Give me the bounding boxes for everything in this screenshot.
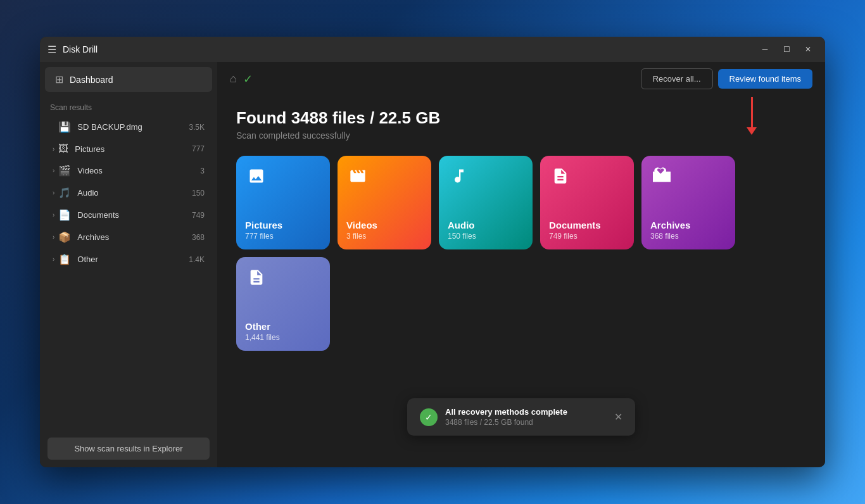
- sidebar-item-other[interactable]: › 📋 Other 1.4K: [42, 248, 215, 270]
- topbar: ⌂ ✓ Recover all... Review found items: [217, 62, 825, 96]
- documents-count: 749: [192, 211, 205, 220]
- dashboard-label: Dashboard: [70, 75, 113, 85]
- videos-label: Videos: [77, 166, 200, 175]
- file-cards-container: Pictures 777 files Videos 3 files: [236, 156, 806, 351]
- sidebar-item-archives[interactable]: › 📦 Archives 368: [42, 226, 215, 248]
- archives-card-icon: [653, 167, 671, 189]
- drive-icon: 💾: [58, 121, 71, 133]
- archives-card[interactable]: Archives 368 files: [641, 156, 735, 249]
- other-card-count: 1,441 files: [245, 333, 280, 342]
- audio-card-label: Audio: [448, 220, 475, 230]
- pictures-card-icon: [248, 167, 265, 189]
- toast-close-button[interactable]: ✕: [614, 411, 622, 423]
- titlebar: ☰ Disk Drill ─ ☐ ✕: [40, 37, 825, 62]
- home-icon[interactable]: ⌂: [230, 72, 237, 85]
- archives-label: Archives: [77, 232, 192, 242]
- arrow-indicator: [747, 97, 757, 135]
- videos-icon: 🎬: [58, 165, 71, 177]
- other-label: Other: [77, 255, 189, 264]
- toast-text: All recovery methods complete 3488 files…: [445, 407, 607, 427]
- app-title: Disk Drill: [63, 44, 98, 54]
- other-count: 1.4K: [189, 255, 205, 264]
- content-area: ⌂ ✓ Recover all... Review found items Fo…: [217, 62, 825, 467]
- documents-card-label: Documents: [549, 220, 601, 230]
- other-card-icon: [248, 268, 265, 291]
- videos-card-label: Videos: [346, 220, 377, 230]
- scan-status: Scan completed successfully: [236, 130, 806, 141]
- scan-results-section-label: Scan results: [40, 97, 217, 116]
- videos-card-count: 3 files: [346, 232, 366, 241]
- menu-icon[interactable]: ☰: [47, 44, 56, 56]
- minimize-button[interactable]: ─: [755, 40, 774, 59]
- main-content: ⊞ Dashboard Scan results › 💾 SD BACKUP.d…: [40, 62, 825, 467]
- toast-check-icon: ✓: [420, 408, 438, 426]
- chevron-icon: ›: [53, 256, 54, 263]
- maximize-button[interactable]: ☐: [777, 40, 796, 59]
- review-found-items-button[interactable]: Review found items: [718, 69, 812, 89]
- arrow-line: [751, 97, 753, 129]
- audio-icon: 🎵: [58, 187, 71, 199]
- archives-card-label: Archives: [650, 220, 690, 230]
- window-controls: ─ ☐ ✕: [755, 40, 818, 59]
- videos-card-icon: [349, 167, 367, 189]
- topbar-actions: Recover all... Review found items: [641, 68, 812, 89]
- documents-label: Documents: [77, 210, 192, 220]
- documents-card[interactable]: Documents 749 files: [540, 156, 634, 249]
- pictures-card[interactable]: Pictures 777 files: [236, 156, 330, 249]
- sidebar-item-documents[interactable]: › 📄 Documents 749: [42, 204, 215, 226]
- toast-notification: ✓ All recovery methods complete 3488 fil…: [407, 398, 635, 436]
- pictures-card-label: Pictures: [245, 220, 282, 230]
- other-card[interactable]: Other 1,441 files: [236, 257, 330, 351]
- pictures-count: 777: [192, 144, 205, 153]
- sd-backup-label: SD BACKUP.dmg: [77, 122, 189, 132]
- videos-count: 3: [200, 167, 205, 175]
- toast-subtitle: 3488 files / 22.5 GB found: [445, 418, 607, 427]
- audio-card[interactable]: Audio 150 files: [439, 156, 533, 249]
- audio-card-icon: [450, 167, 468, 189]
- pictures-icon: 🖼: [58, 143, 68, 154]
- close-button[interactable]: ✕: [799, 40, 818, 59]
- chevron-icon: ›: [53, 167, 54, 174]
- verified-icon: ✓: [243, 72, 253, 86]
- documents-card-count: 749 files: [549, 232, 578, 241]
- sd-backup-count: 3.5K: [189, 123, 205, 132]
- audio-label: Audio: [77, 188, 192, 198]
- show-in-explorer-button[interactable]: Show scan results in Explorer: [47, 438, 210, 460]
- documents-icon: 📄: [58, 209, 71, 221]
- chevron-icon: ›: [53, 234, 54, 241]
- found-files-title: Found 3488 files / 22.5 GB: [236, 108, 806, 128]
- videos-card[interactable]: Videos 3 files: [338, 156, 431, 249]
- sidebar-item-dashboard[interactable]: ⊞ Dashboard: [45, 67, 212, 92]
- chevron-icon: ›: [53, 189, 54, 196]
- sidebar-footer: Show scan results in Explorer: [40, 430, 217, 467]
- other-card-label: Other: [245, 321, 270, 332]
- audio-count: 150: [192, 189, 205, 198]
- archives-card-count: 368 files: [650, 232, 679, 241]
- sidebar-item-sd-backup[interactable]: › 💾 SD BACKUP.dmg 3.5K: [42, 116, 215, 138]
- chevron-icon: ›: [53, 146, 54, 153]
- archives-count: 368: [192, 233, 205, 242]
- pictures-card-count: 777 files: [245, 232, 274, 241]
- grid-icon: ⊞: [55, 73, 63, 85]
- archives-icon: 📦: [58, 231, 71, 243]
- toast-title: All recovery methods complete: [445, 407, 607, 417]
- sidebar-item-audio[interactable]: › 🎵 Audio 150: [42, 182, 215, 204]
- app-window: ☰ Disk Drill ─ ☐ ✕ ⊞ Dashboard Scan resu…: [40, 37, 825, 467]
- sidebar-item-pictures[interactable]: › 🖼 Pictures 777: [42, 138, 215, 160]
- sidebar-item-videos[interactable]: › 🎬 Videos 3: [42, 160, 215, 182]
- sidebar: ⊞ Dashboard Scan results › 💾 SD BACKUP.d…: [40, 62, 217, 467]
- chevron-icon: ›: [53, 211, 54, 218]
- audio-card-count: 150 files: [448, 232, 476, 241]
- other-icon: 📋: [58, 253, 71, 265]
- recover-all-button[interactable]: Recover all...: [641, 68, 713, 89]
- pictures-label: Pictures: [75, 144, 192, 154]
- arrow-head: [747, 127, 757, 135]
- documents-card-icon: [552, 167, 569, 189]
